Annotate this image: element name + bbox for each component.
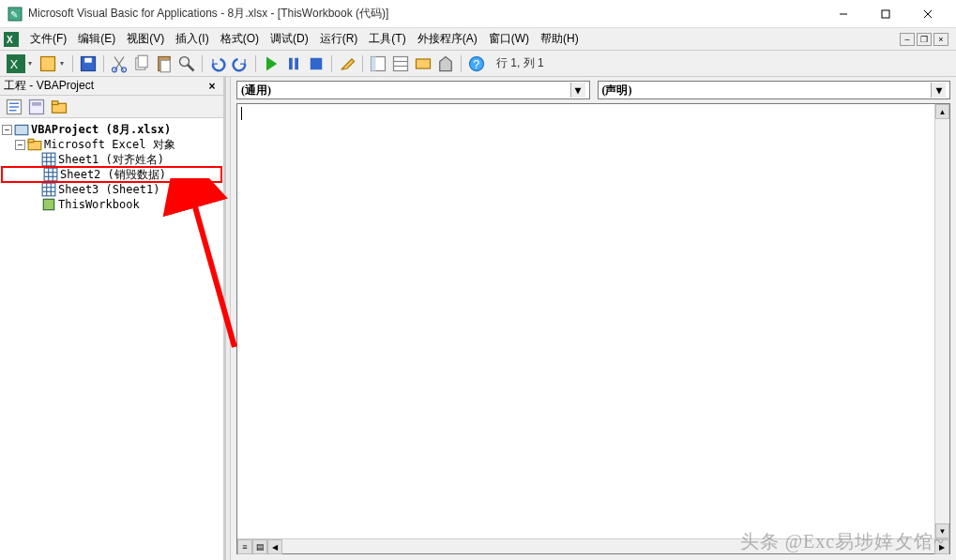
scroll-up-icon[interactable]: ▲ <box>935 104 949 119</box>
properties-icon[interactable] <box>390 53 411 74</box>
chevron-down-icon[interactable]: ▾ <box>931 83 946 98</box>
vertical-scrollbar[interactable]: ▲ ▼ <box>934 104 949 538</box>
horizontal-scrollbar[interactable]: ≡ ▤ ◀ ▶ <box>237 538 949 553</box>
excel-icon[interactable]: X <box>4 32 19 47</box>
copy-icon[interactable] <box>131 53 152 74</box>
run-icon[interactable] <box>261 53 281 74</box>
svg-point-14 <box>122 67 127 71</box>
cut-icon[interactable] <box>109 53 129 74</box>
separator <box>461 55 462 72</box>
menu-debug[interactable]: 调试(D) <box>265 29 314 49</box>
menu-window[interactable]: 窗口(W) <box>483 29 535 49</box>
paste-icon[interactable] <box>154 53 175 74</box>
svg-rect-58 <box>43 199 53 209</box>
project-pane-title-text: 工程 - VBAProject <box>4 78 205 94</box>
full-module-view-icon[interactable]: ▤ <box>252 539 267 554</box>
menu-file[interactable]: 文件(F) <box>24 29 72 49</box>
svg-rect-48 <box>44 168 57 181</box>
toggle-folders-icon[interactable] <box>49 97 69 117</box>
collapse-icon[interactable]: − <box>15 140 25 150</box>
break-icon[interactable] <box>283 53 304 74</box>
code-editor-frame: ▲ ▼ ≡ ▤ ◀ ▶ <box>236 103 950 554</box>
undo-icon[interactable] <box>207 53 228 74</box>
insert-module-icon[interactable] <box>38 53 58 74</box>
tree-folder[interactable]: − Microsoft Excel 对象 <box>2 137 221 152</box>
mdi-minimize-button[interactable]: – <box>900 33 915 46</box>
scroll-track[interactable] <box>282 539 934 553</box>
dropdown-icon[interactable]: ▾ <box>60 59 68 68</box>
worksheet-icon <box>41 153 56 166</box>
menu-edit[interactable]: 编辑(E) <box>72 29 121 49</box>
svg-rect-23 <box>311 57 323 69</box>
find-icon[interactable] <box>176 53 197 74</box>
code-pane: (通用) ▾ (声明) ▾ ▲ ▼ ≡ ▤ ◀ ▶ <box>231 77 956 560</box>
object-browser-icon[interactable] <box>413 53 433 74</box>
collapse-icon[interactable]: − <box>2 125 12 135</box>
window-controls <box>822 1 948 27</box>
svg-rect-36 <box>30 99 44 114</box>
tree-sheet2-highlighted[interactable]: Sheet2 (销毁数据) <box>2 167 221 182</box>
code-editor[interactable] <box>237 104 949 553</box>
design-mode-icon[interactable] <box>337 53 357 74</box>
view-code-icon[interactable] <box>4 97 24 117</box>
worksheet-icon <box>43 168 58 181</box>
menu-view[interactable]: 视图(V) <box>121 29 170 49</box>
tree-sheet1[interactable]: Sheet1 (对齐姓名) <box>2 152 221 167</box>
tree-root[interactable]: − VBAProject (8月.xlsx) <box>2 122 221 137</box>
pane-close-button[interactable]: × <box>205 79 220 94</box>
tree-thisworkbook[interactable]: ThisWorkbook <box>2 197 221 212</box>
menu-tools[interactable]: 工具(T) <box>363 29 411 49</box>
svg-text:X: X <box>7 35 13 45</box>
object-combo[interactable]: (通用) ▾ <box>236 81 590 99</box>
svg-rect-16 <box>138 55 147 68</box>
project-pane-title: 工程 - VBAProject × <box>0 77 223 96</box>
view-object-icon[interactable] <box>26 97 47 117</box>
separator <box>202 55 203 72</box>
folder-icon <box>27 138 42 151</box>
chevron-down-icon[interactable]: ▾ <box>570 83 585 98</box>
svg-text:?: ? <box>473 58 479 71</box>
maximize-button[interactable] <box>864 1 906 27</box>
separator <box>331 55 332 72</box>
mdi-close-button[interactable]: × <box>933 33 948 46</box>
toolbox-icon[interactable] <box>435 53 456 74</box>
project-explorer-icon[interactable] <box>368 53 388 74</box>
project-tree[interactable]: − VBAProject (8月.xlsx) − Microsoft Excel… <box>0 118 223 560</box>
svg-rect-53 <box>42 183 55 196</box>
workbook-icon <box>41 198 56 211</box>
scroll-right-icon[interactable]: ▶ <box>934 539 949 554</box>
menu-format[interactable]: 格式(O) <box>215 29 265 49</box>
worksheet-icon <box>41 183 56 196</box>
mdi-restore-button[interactable]: ❐ <box>917 33 932 46</box>
menu-help[interactable]: 帮助(H) <box>535 29 584 49</box>
scroll-track[interactable] <box>935 119 949 523</box>
separator <box>255 55 256 72</box>
menu-run[interactable]: 运行(R) <box>314 29 364 49</box>
menu-addins[interactable]: 外接程序(A) <box>412 29 483 49</box>
svg-rect-18 <box>160 60 170 72</box>
titlebar: ✎ Microsoft Visual Basic for Application… <box>0 0 956 28</box>
save-icon[interactable] <box>78 53 99 74</box>
tree-sheet3[interactable]: Sheet3 (Sheet1) <box>2 182 221 197</box>
svg-point-13 <box>113 67 117 71</box>
project-explorer: 工程 - VBAProject × − VBAProject (8月.xlsx)… <box>0 77 225 560</box>
redo-icon[interactable] <box>230 53 250 74</box>
svg-rect-39 <box>53 100 58 104</box>
scroll-down-icon[interactable]: ▼ <box>935 523 949 538</box>
dropdown-icon[interactable]: ▾ <box>28 59 36 68</box>
svg-rect-10 <box>41 56 55 70</box>
minimize-button[interactable] <box>822 1 864 27</box>
main-area: 工程 - VBAProject × − VBAProject (8月.xlsx)… <box>0 77 956 560</box>
project-pane-toolbar <box>0 96 223 118</box>
code-combo-row: (通用) ▾ (声明) ▾ <box>231 77 956 101</box>
menu-insert[interactable]: 插入(I) <box>170 29 214 49</box>
svg-rect-22 <box>295 57 298 69</box>
reset-icon[interactable] <box>306 53 326 74</box>
scroll-left-icon[interactable]: ◀ <box>267 539 282 554</box>
help-icon[interactable]: ? <box>466 53 487 74</box>
procedure-combo[interactable]: (声明) ▾ <box>598 81 951 99</box>
mdi-controls: – ❐ × <box>900 33 952 46</box>
close-button[interactable] <box>906 1 948 27</box>
procedure-view-icon[interactable]: ≡ <box>237 539 252 554</box>
view-excel-icon[interactable]: X <box>6 53 26 74</box>
